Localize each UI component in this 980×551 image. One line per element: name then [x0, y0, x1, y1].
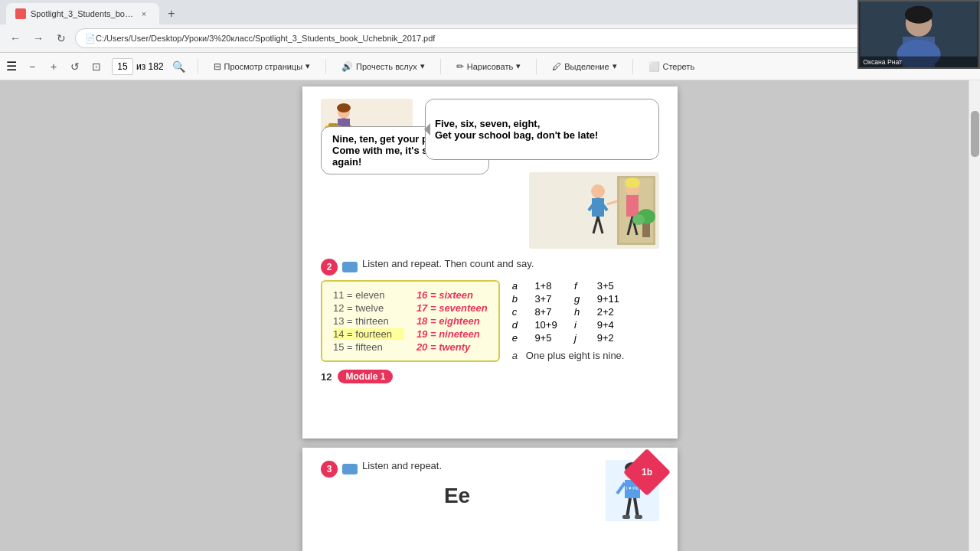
sidebar-toggle[interactable]: ☰: [6, 59, 17, 73]
math-label-j: j: [574, 332, 585, 344]
math-expr-g: 9+11: [597, 293, 625, 305]
math-label-c: c: [512, 306, 523, 318]
active-tab[interactable]: Spotlight_3_Students_book_Uc... ×: [6, 3, 159, 24]
math-expr-d: 10+9: [534, 319, 562, 331]
math-expr-c: 8+7: [534, 306, 562, 318]
math-expr-e: 9+5: [534, 332, 562, 344]
scroll-bar[interactable]: [969, 80, 980, 551]
tab-bar: Spotlight_3_Students_book_Uc... × +: [0, 0, 980, 24]
numbers-box: 11 = eleven 16 = sixteen 12 = twelve 17 …: [321, 280, 500, 362]
num-12: 12 = twelve: [333, 302, 404, 314]
page-number-section: из 182: [112, 58, 164, 75]
tab-favicon: [15, 8, 26, 19]
svg-rect-37: [622, 515, 630, 519]
toolbar-separator-2: [325, 59, 326, 74]
module-footer: 12 Module 1: [321, 370, 659, 383]
answer-line: a One plus eight is nine.: [512, 350, 625, 361]
classroom-svg: [529, 172, 659, 249]
svg-text:Оксана Рнат: Оксана Рнат: [863, 58, 902, 66]
speech-top-line1: Five, six, seven, eight,: [435, 118, 649, 129]
video-feed-svg: Оксана Рнат: [859, 2, 978, 67]
svg-point-28: [632, 214, 645, 225]
headphone-icon-2: [342, 464, 358, 474]
section3-badge: 3: [321, 461, 338, 478]
pdf-navigation: − + ↺ ⊡: [23, 57, 106, 76]
num-14: 14 = fourteen: [333, 328, 404, 340]
math-expr-h: 2+2: [597, 306, 625, 318]
svg-point-10: [337, 103, 351, 112]
total-pages: из 182: [136, 61, 164, 72]
pdf-page-2: 1b 3 Listen and repeat. Ee: [302, 448, 678, 551]
highlight-label: Выделение: [564, 62, 609, 71]
back-button[interactable]: ←: [6, 29, 24, 47]
math-expr-j: 9+2: [597, 332, 625, 344]
math-expr-b: 3+7: [534, 293, 562, 305]
scroll-thumb[interactable]: [971, 111, 979, 157]
refresh-button[interactable]: ↺: [66, 57, 84, 76]
erase-icon: ⬜: [648, 61, 660, 72]
section2-area: 2 Listen and repeat. Then count and say.…: [321, 258, 659, 362]
section2-badge: 2: [321, 259, 338, 276]
svg-point-23: [625, 178, 640, 188]
erase-button[interactable]: ⬜ Стереть: [642, 59, 701, 74]
forward-button[interactable]: →: [29, 29, 47, 47]
diamond-badge-container: 1b: [630, 455, 664, 489]
speech-bottom-area: Nine, ten, get your pen. Come with me, i…: [321, 172, 520, 181]
math-label-i: i: [574, 319, 585, 331]
math-label-g: g: [574, 293, 585, 305]
section3-left: 3 Listen and repeat. Ee: [321, 460, 593, 508]
classroom-illustration: [529, 172, 659, 249]
headphone-icon: [342, 262, 358, 272]
num-18: 18 = eighteen: [416, 315, 488, 327]
highlight-icon: 🖊: [552, 61, 561, 72]
view-pages-label: Просмотр страницы: [224, 62, 303, 71]
num-11: 11 = eleven: [333, 289, 404, 301]
math-label-a: a: [512, 280, 523, 292]
svg-rect-15: [592, 198, 604, 217]
address-input[interactable]: 📄 C:/Users/User/Desktop/Уроки/3%20класс/…: [75, 28, 956, 48]
erase-label: Стереть: [663, 62, 695, 71]
diamond-badge-text: 1b: [642, 467, 652, 478]
math-expr-a: 1+8: [534, 280, 562, 292]
page-number-input[interactable]: [112, 58, 133, 75]
numbers-and-math: 11 = eleven 16 = sixteen 12 = twelve 17 …: [321, 280, 659, 362]
ee-heading: Ee: [321, 484, 593, 508]
view-pages-button[interactable]: ⊟ Просмотр страницы ▾: [207, 59, 317, 74]
sidebar-left: [0, 80, 11, 551]
main-content: Five, six, seven, eight, Get your school…: [0, 80, 980, 551]
num-17: 17 = seventeen: [416, 302, 488, 314]
address-bar: ← → ↻ 📄 C:/Users/User/Desktop/Уроки/3%20…: [0, 24, 980, 52]
pdf-toolbar: ☰ − + ↺ ⊡ из 182 🔍 ⊟ Просмотр страницы ▾…: [0, 53, 980, 80]
read-aloud-button[interactable]: 🔊 Прочесть вслух ▾: [335, 59, 431, 74]
zoom-out-button[interactable]: −: [23, 57, 41, 76]
read-aloud-icon: 🔊: [341, 61, 353, 72]
math-grid: a 1+8 f 3+5 b 3+7 g 9+11 c 8+7 h 2+2: [512, 280, 625, 344]
math-label-e: e: [512, 332, 523, 344]
num-19: 19 = nineteen: [416, 328, 488, 340]
reload-button[interactable]: ↻: [52, 29, 70, 47]
middle-row: Nine, ten, get your pen. Come with me, i…: [321, 172, 659, 249]
view-pages-icon: ⊟: [214, 61, 221, 72]
draw-icon: ✏: [456, 61, 464, 72]
draw-button[interactable]: ✏ Нарисовать ▾: [450, 59, 527, 74]
read-aloud-label: Прочесть вслух: [356, 62, 417, 71]
svg-point-44: [905, 6, 933, 24]
speech-top-line2: Get your school bag, don't be late!: [435, 129, 649, 141]
section3-instruction: Listen and repeat.: [362, 460, 442, 471]
search-button[interactable]: 🔍: [170, 57, 188, 76]
svg-point-14: [591, 184, 605, 198]
page-view-button[interactable]: ⊡: [87, 57, 106, 76]
highlight-button[interactable]: 🖊 Выделение ▾: [546, 59, 622, 74]
num-16: 16 = sixteen: [416, 289, 488, 301]
pages-container[interactable]: Five, six, seven, eight, Get your school…: [11, 80, 969, 551]
zoom-in-button[interactable]: +: [44, 57, 63, 76]
tab-close-button[interactable]: ×: [138, 8, 150, 20]
num-13: 13 = thirteen: [333, 315, 404, 327]
section2-label-row: 2 Listen and repeat. Then count and say.: [321, 258, 659, 276]
module-badge: Module 1: [338, 370, 393, 383]
tab-label: Spotlight_3_Students_book_Uc...: [31, 9, 133, 18]
math-expr-i: 9+4: [597, 319, 625, 331]
video-overlay: Оксана Рнат: [858, 0, 980, 69]
new-tab-button[interactable]: +: [162, 5, 181, 23]
section3-label-row: 3 Listen and repeat.: [321, 460, 593, 478]
